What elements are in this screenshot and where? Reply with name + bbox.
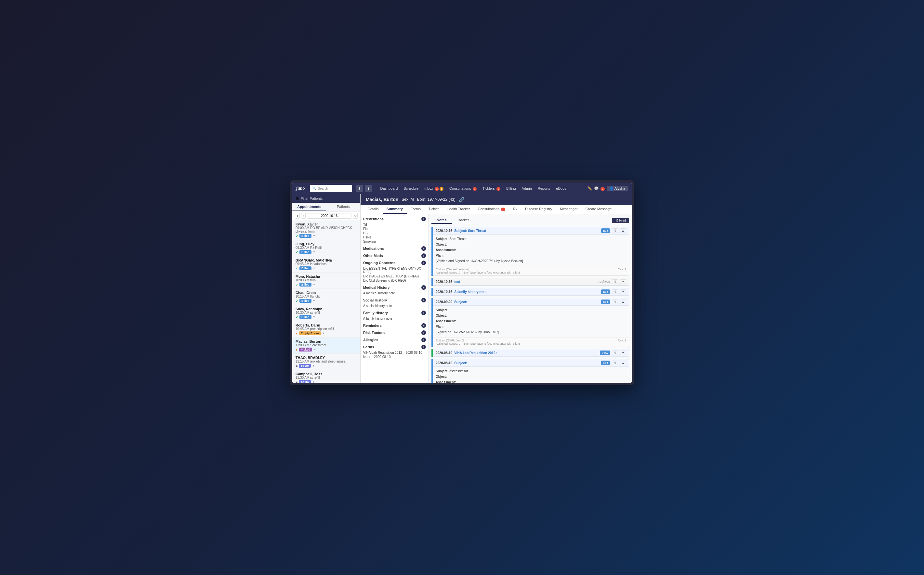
status-badge: To Do bbox=[299, 364, 311, 368]
edit-icon[interactable]: ✏️ bbox=[587, 186, 592, 191]
concern-item: Dx: DIABETES MELLITUS* (DX-REG) bbox=[363, 274, 426, 278]
tab-messenger[interactable]: Messenger bbox=[556, 205, 581, 214]
chevron-down-icon: ▼ bbox=[313, 283, 316, 286]
note-expand-icon[interactable]: ▲ bbox=[620, 361, 626, 365]
note-print-icon[interactable]: 🖨 bbox=[612, 280, 618, 284]
note-inner: 2020-08-10 Subject: Edit 🖨 ▲ Subject: as… bbox=[433, 359, 629, 383]
note-print-icon[interactable]: 🖨 bbox=[612, 361, 618, 365]
note-print-icon[interactable]: 🖨 bbox=[612, 229, 618, 233]
note-card-header: 2020-08-10 VIHA Lab Requisition 2012 : V… bbox=[433, 349, 629, 357]
print-button[interactable]: 🖨 Print bbox=[612, 218, 629, 223]
user-menu[interactable]: 👤 Alysha bbox=[607, 186, 628, 191]
appointment-jung[interactable]: Jung, Lucy 09:30 AM Rx Refill ✔ Billed ▼ bbox=[292, 240, 360, 256]
sidebar-tab-patients[interactable]: Patients bbox=[327, 203, 360, 211]
note-footer: Editors: ['Beckett, Alysha'] Rev: 1 Assi… bbox=[433, 266, 629, 275]
tab-health-tracker[interactable]: Health Tracker bbox=[443, 205, 474, 214]
main-nav: Dashboard Schedule Inbox 16 Consultation… bbox=[378, 185, 584, 192]
nav-admin[interactable]: Admin bbox=[519, 185, 535, 192]
reminders-add-button[interactable]: + bbox=[421, 323, 426, 328]
note-subject[interactable]: Subject: bbox=[454, 300, 599, 304]
preventions-add-button[interactable]: + bbox=[421, 217, 426, 221]
appointment-mora[interactable]: Mora, Natasha 10:00 AM f/up ✔ Billed ▼ bbox=[292, 273, 360, 289]
patient-area: Macias, Burton Sex: M Born: 1977-09-22 (… bbox=[360, 194, 632, 383]
family-history-add-button[interactable]: + bbox=[421, 311, 426, 315]
appointment-thao[interactable]: THAO, BRADLEY 11:15 AM anxiety and sleep… bbox=[292, 354, 360, 370]
appointment-roberts[interactable]: Roberts, Darin 10:45 AM prescription ref… bbox=[292, 321, 360, 338]
risk-factors-title: Risk Factors bbox=[363, 331, 385, 335]
note-expand-icon[interactable]: ▼ bbox=[620, 351, 626, 355]
forms-title: Forms bbox=[363, 345, 374, 349]
sidebar: ⊞ Filter Patients Appointments Patients … bbox=[292, 194, 360, 383]
check-icon: ✔ bbox=[296, 234, 298, 238]
circle-icon: ● bbox=[296, 332, 298, 335]
allergies-add-button[interactable]: + bbox=[421, 338, 426, 342]
note-subject[interactable]: A family history note bbox=[454, 290, 599, 294]
nav-schedule[interactable]: Schedule bbox=[401, 185, 421, 192]
note-print-icon[interactable]: 🖨 bbox=[612, 300, 618, 304]
date-prev-button[interactable]: ‹ bbox=[295, 213, 300, 219]
tab-consultations[interactable]: Consultations 1 bbox=[474, 205, 509, 214]
note-expand-icon[interactable]: ▲ bbox=[620, 229, 626, 233]
tab-rx[interactable]: Rx bbox=[509, 205, 521, 214]
nav-billing[interactable]: Billing bbox=[503, 185, 518, 192]
date-input[interactable] bbox=[307, 213, 352, 219]
note-print-icon[interactable]: 🖨 bbox=[612, 289, 618, 294]
medical-history-add-button[interactable]: + bbox=[421, 285, 426, 290]
note-expand-icon[interactable]: ▲ bbox=[620, 300, 626, 304]
appointment-granger[interactable]: GRANGER, MARTINE 09:45 AM Headaches ✔ Bi… bbox=[292, 256, 360, 273]
note-edit-button[interactable]: Edit bbox=[601, 300, 610, 304]
upload-icon[interactable]: ⬆ bbox=[365, 185, 372, 192]
note-inner: 2020-08-10 VIHA Lab Requisition 2012 : V… bbox=[433, 349, 629, 357]
risk-factors-section-header: Risk Factors + bbox=[363, 330, 426, 335]
forms-add-button[interactable]: + bbox=[421, 345, 426, 349]
status-badge: To Do bbox=[299, 380, 311, 383]
refresh-button[interactable]: ↻ bbox=[353, 213, 358, 219]
family-history-item: A family history note bbox=[363, 316, 426, 321]
ongoing-concerns-title: Ongoing Concerns bbox=[363, 261, 395, 265]
appointment-kwon[interactable]: Kwon, Xavier 09:00 AM DO BP AND VISION C… bbox=[292, 220, 360, 240]
appointment-silva[interactable]: Silva, Randolph 10:30 AM rx refill ✔ Bil… bbox=[292, 305, 360, 321]
tab-details[interactable]: Details bbox=[364, 205, 383, 214]
patient-sex: Sex: M bbox=[401, 197, 414, 202]
note-view-button[interactable]: View bbox=[600, 351, 610, 355]
tab-tickler[interactable]: Tickler bbox=[425, 205, 443, 214]
nav-consultations[interactable]: Consultations 8 bbox=[447, 185, 479, 192]
tab-create-message[interactable]: Create Message bbox=[581, 205, 616, 214]
appointment-chau[interactable]: Chau, Greta 10:15 AM f/u lcbc ✔ Billed ▼ bbox=[292, 289, 360, 305]
nav-ticklers[interactable]: Ticklers 3 bbox=[480, 185, 503, 192]
download-icon[interactable]: ⬇ bbox=[356, 185, 363, 192]
medications-add-button[interactable]: + bbox=[421, 246, 426, 251]
note-expand-icon[interactable]: ▼ bbox=[620, 289, 626, 294]
date-next-button[interactable]: › bbox=[301, 213, 306, 219]
search-bar[interactable]: 🔍 Search bbox=[310, 185, 352, 192]
filter-patients-label: Filter Patients bbox=[301, 197, 322, 200]
note-subject[interactable]: Subject: bbox=[454, 361, 599, 365]
appointment-campbell[interactable]: Campbell, Ross 11:30 AM rx refill ■ To D… bbox=[292, 370, 360, 383]
nav-reports[interactable]: Reports bbox=[535, 185, 553, 192]
tab-summary[interactable]: Summary bbox=[383, 205, 407, 214]
nav-inbox[interactable]: Inbox 16 bbox=[422, 185, 446, 192]
note-edit-button[interactable]: Edit bbox=[601, 289, 610, 294]
note-edit-button[interactable]: Edit bbox=[601, 229, 610, 233]
patient-link-icon[interactable]: 🔗 bbox=[459, 197, 464, 202]
nav-dashboard[interactable]: Dashboard bbox=[378, 185, 400, 192]
nav-edocs[interactable]: eDocs bbox=[553, 185, 569, 192]
chevron-down-icon: ▼ bbox=[313, 299, 316, 302]
note-subject[interactable]: Subject: Sore Throat bbox=[454, 229, 599, 233]
sidebar-tab-appointments[interactable]: Appointments bbox=[292, 203, 327, 211]
tab-forms[interactable]: Forms bbox=[407, 205, 425, 214]
note-subject[interactable]: test bbox=[454, 280, 597, 284]
ongoing-concerns-add-button[interactable]: + bbox=[421, 260, 426, 265]
note-edit-button[interactable]: Edit bbox=[601, 361, 610, 365]
note-print-icon[interactable]: 🖨 bbox=[612, 351, 618, 355]
tab-disease-registry[interactable]: Disease Registry bbox=[521, 205, 556, 214]
social-history-add-button[interactable]: + bbox=[421, 298, 426, 302]
other-meds-add-button[interactable]: + bbox=[421, 253, 426, 258]
note-expand-icon[interactable]: ▼ bbox=[620, 280, 626, 284]
appointment-macias[interactable]: Macias, Burton 11:00 AM Sore throat ● Pi… bbox=[292, 338, 360, 354]
notes-tab-tracker[interactable]: Tracker bbox=[452, 217, 474, 224]
notes-tab-notes[interactable]: Notes bbox=[432, 217, 452, 224]
chat-icon[interactable]: 💬 3 bbox=[594, 186, 605, 191]
risk-factors-add-button[interactable]: + bbox=[421, 330, 426, 335]
note-subject[interactable]: VIHA Lab Requisition 2012 : bbox=[454, 351, 598, 355]
